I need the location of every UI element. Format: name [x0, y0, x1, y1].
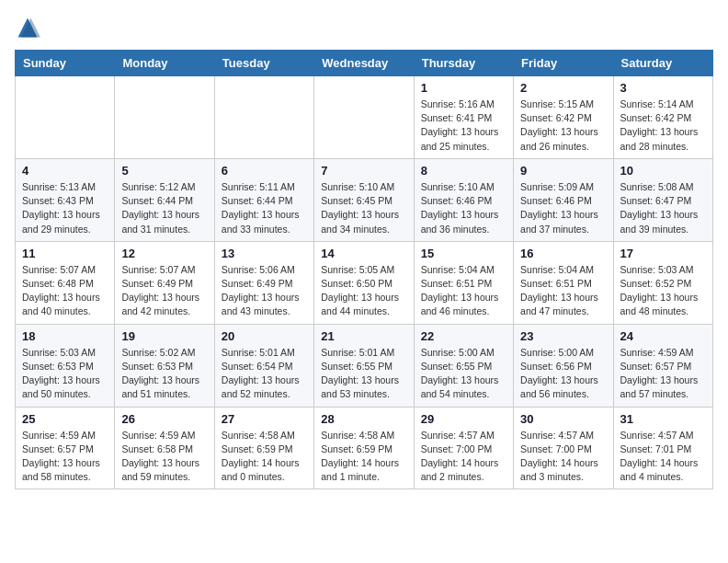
day-number: 1 — [421, 81, 506, 95]
calendar-cell: 13Sunrise: 5:06 AM Sunset: 6:49 PM Dayli… — [214, 241, 313, 324]
calendar-cell: 6Sunrise: 5:11 AM Sunset: 6:44 PM Daylig… — [214, 158, 313, 241]
day-info: Sunrise: 4:58 AM Sunset: 6:59 PM Dayligh… — [222, 429, 307, 485]
day-number: 11 — [22, 247, 108, 260]
page-header — [15, 15, 713, 40]
day-number: 10 — [620, 164, 706, 178]
day-number: 18 — [22, 329, 108, 343]
day-info: Sunrise: 4:58 AM Sunset: 6:59 PM Dayligh… — [321, 429, 406, 485]
calendar-cell: 4Sunrise: 5:13 AM Sunset: 6:43 PM Daylig… — [16, 158, 115, 241]
calendar-week-row: 11Sunrise: 5:07 AM Sunset: 6:48 PM Dayli… — [16, 241, 713, 324]
day-info: Sunrise: 5:01 AM Sunset: 6:55 PM Dayligh… — [321, 346, 406, 402]
day-number: 17 — [620, 247, 706, 260]
calendar-cell: 3Sunrise: 5:14 AM Sunset: 6:42 PM Daylig… — [613, 76, 712, 159]
day-number: 9 — [520, 164, 606, 178]
day-number: 7 — [321, 164, 406, 178]
calendar-cell: 7Sunrise: 5:10 AM Sunset: 6:45 PM Daylig… — [314, 158, 414, 241]
calendar-cell: 28Sunrise: 4:58 AM Sunset: 6:59 PM Dayli… — [314, 407, 414, 489]
day-number: 13 — [222, 247, 307, 260]
day-info: Sunrise: 5:02 AM Sunset: 6:53 PM Dayligh… — [121, 346, 207, 402]
weekday-header-monday: Monday — [115, 51, 214, 76]
calendar-week-row: 25Sunrise: 4:59 AM Sunset: 6:57 PM Dayli… — [16, 407, 713, 489]
day-info: Sunrise: 5:11 AM Sunset: 6:44 PM Dayligh… — [222, 180, 307, 236]
day-info: Sunrise: 5:07 AM Sunset: 6:49 PM Dayligh… — [121, 263, 207, 319]
day-info: Sunrise: 5:10 AM Sunset: 6:46 PM Dayligh… — [421, 180, 506, 236]
calendar-cell: 20Sunrise: 5:01 AM Sunset: 6:54 PM Dayli… — [214, 324, 313, 407]
day-info: Sunrise: 5:03 AM Sunset: 6:53 PM Dayligh… — [22, 346, 108, 402]
calendar-cell: 16Sunrise: 5:04 AM Sunset: 6:51 PM Dayli… — [514, 241, 613, 324]
day-info: Sunrise: 4:57 AM Sunset: 7:00 PM Dayligh… — [421, 429, 506, 485]
calendar-cell: 27Sunrise: 4:58 AM Sunset: 6:59 PM Dayli… — [214, 407, 313, 489]
day-info: Sunrise: 5:10 AM Sunset: 6:45 PM Dayligh… — [321, 180, 406, 236]
day-info: Sunrise: 5:15 AM Sunset: 6:42 PM Dayligh… — [520, 98, 606, 154]
day-info: Sunrise: 5:07 AM Sunset: 6:48 PM Dayligh… — [22, 263, 108, 319]
calendar-week-row: 4Sunrise: 5:13 AM Sunset: 6:43 PM Daylig… — [16, 158, 713, 241]
calendar-cell: 17Sunrise: 5:03 AM Sunset: 6:52 PM Dayli… — [613, 241, 712, 324]
day-info: Sunrise: 5:00 AM Sunset: 6:56 PM Dayligh… — [520, 346, 606, 402]
calendar-week-row: 18Sunrise: 5:03 AM Sunset: 6:53 PM Dayli… — [16, 324, 713, 407]
logo-icon — [15, 15, 40, 40]
day-number: 27 — [222, 412, 307, 426]
day-info: Sunrise: 5:14 AM Sunset: 6:42 PM Dayligh… — [620, 98, 706, 154]
day-info: Sunrise: 5:16 AM Sunset: 6:41 PM Dayligh… — [421, 98, 506, 154]
day-info: Sunrise: 5:04 AM Sunset: 6:51 PM Dayligh… — [520, 263, 606, 319]
weekday-header-tuesday: Tuesday — [214, 51, 313, 76]
calendar-cell: 22Sunrise: 5:00 AM Sunset: 6:55 PM Dayli… — [414, 324, 513, 407]
day-number: 24 — [620, 329, 706, 343]
day-number: 8 — [421, 164, 506, 178]
calendar-cell — [314, 76, 414, 159]
calendar-cell: 15Sunrise: 5:04 AM Sunset: 6:51 PM Dayli… — [414, 241, 513, 324]
weekday-header-friday: Friday — [514, 51, 613, 76]
day-number: 5 — [121, 164, 207, 178]
calendar-cell: 21Sunrise: 5:01 AM Sunset: 6:55 PM Dayli… — [314, 324, 414, 407]
day-number: 30 — [520, 412, 606, 426]
day-info: Sunrise: 4:57 AM Sunset: 7:01 PM Dayligh… — [620, 429, 706, 485]
day-number: 25 — [22, 412, 108, 426]
weekday-header-sunday: Sunday — [16, 51, 115, 76]
day-info: Sunrise: 4:57 AM Sunset: 7:00 PM Dayligh… — [520, 429, 606, 485]
day-number: 22 — [421, 329, 506, 343]
day-number: 29 — [421, 412, 506, 426]
calendar-cell: 31Sunrise: 4:57 AM Sunset: 7:01 PM Dayli… — [613, 407, 712, 489]
day-info: Sunrise: 4:59 AM Sunset: 6:58 PM Dayligh… — [121, 429, 207, 485]
calendar-cell: 11Sunrise: 5:07 AM Sunset: 6:48 PM Dayli… — [16, 241, 115, 324]
day-number: 26 — [121, 412, 207, 426]
calendar-header-row: SundayMondayTuesdayWednesdayThursdayFrid… — [16, 51, 713, 76]
calendar-cell: 5Sunrise: 5:12 AM Sunset: 6:44 PM Daylig… — [115, 158, 214, 241]
calendar-cell — [16, 76, 115, 159]
day-info: Sunrise: 4:59 AM Sunset: 6:57 PM Dayligh… — [22, 429, 108, 485]
day-info: Sunrise: 5:13 AM Sunset: 6:43 PM Dayligh… — [22, 180, 108, 236]
calendar-cell: 2Sunrise: 5:15 AM Sunset: 6:42 PM Daylig… — [514, 76, 613, 159]
day-info: Sunrise: 5:08 AM Sunset: 6:47 PM Dayligh… — [620, 180, 706, 236]
day-info: Sunrise: 5:01 AM Sunset: 6:54 PM Dayligh… — [222, 346, 307, 402]
day-number: 31 — [620, 412, 706, 426]
day-number: 28 — [321, 412, 406, 426]
calendar-cell: 25Sunrise: 4:59 AM Sunset: 6:57 PM Dayli… — [16, 407, 115, 489]
day-info: Sunrise: 5:12 AM Sunset: 6:44 PM Dayligh… — [121, 180, 207, 236]
day-number: 16 — [520, 247, 606, 260]
day-info: Sunrise: 5:04 AM Sunset: 6:51 PM Dayligh… — [421, 263, 506, 319]
calendar-cell: 8Sunrise: 5:10 AM Sunset: 6:46 PM Daylig… — [414, 158, 513, 241]
calendar-cell: 29Sunrise: 4:57 AM Sunset: 7:00 PM Dayli… — [414, 407, 513, 489]
calendar-cell: 1Sunrise: 5:16 AM Sunset: 6:41 PM Daylig… — [414, 76, 513, 159]
day-number: 12 — [121, 247, 207, 260]
day-info: Sunrise: 5:09 AM Sunset: 6:46 PM Dayligh… — [520, 180, 606, 236]
day-number: 3 — [620, 81, 706, 95]
day-number: 6 — [222, 164, 307, 178]
calendar-cell: 10Sunrise: 5:08 AM Sunset: 6:47 PM Dayli… — [613, 158, 712, 241]
calendar-cell: 19Sunrise: 5:02 AM Sunset: 6:53 PM Dayli… — [115, 324, 214, 407]
day-info: Sunrise: 5:06 AM Sunset: 6:49 PM Dayligh… — [222, 263, 307, 319]
day-number: 23 — [520, 329, 606, 343]
day-number: 15 — [421, 247, 506, 260]
day-info: Sunrise: 5:00 AM Sunset: 6:55 PM Dayligh… — [421, 346, 506, 402]
day-number: 20 — [222, 329, 307, 343]
day-number: 2 — [520, 81, 606, 95]
calendar-cell: 18Sunrise: 5:03 AM Sunset: 6:53 PM Dayli… — [16, 324, 115, 407]
day-number: 19 — [121, 329, 207, 343]
day-info: Sunrise: 5:03 AM Sunset: 6:52 PM Dayligh… — [620, 263, 706, 319]
calendar-cell: 24Sunrise: 4:59 AM Sunset: 6:57 PM Dayli… — [613, 324, 712, 407]
day-number: 4 — [22, 164, 108, 178]
weekday-header-thursday: Thursday — [414, 51, 513, 76]
calendar-cell: 9Sunrise: 5:09 AM Sunset: 6:46 PM Daylig… — [514, 158, 613, 241]
day-number: 21 — [321, 329, 406, 343]
calendar-cell: 30Sunrise: 4:57 AM Sunset: 7:00 PM Dayli… — [514, 407, 613, 489]
